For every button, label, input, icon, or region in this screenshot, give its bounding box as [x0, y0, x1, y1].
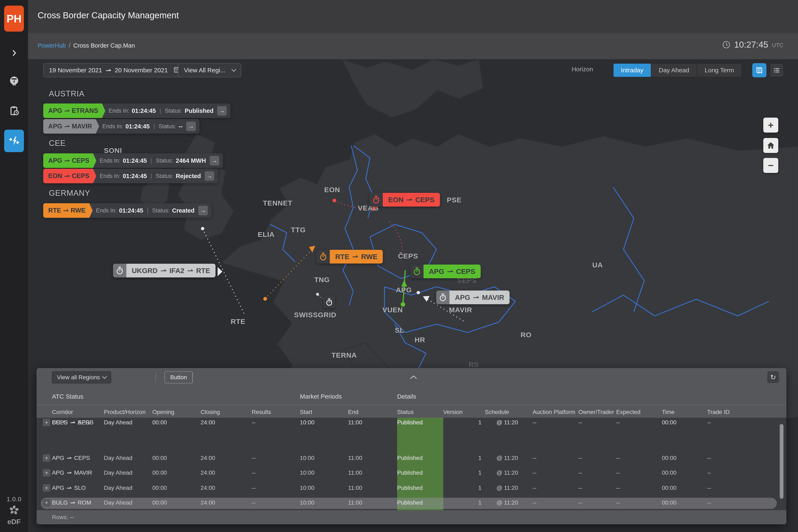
corridor-badge-apg-etrans[interactable]: APG⇀ETRANS Ends In: 01:24:45 | Status: P… — [43, 103, 230, 118]
corridor-badge-eon-ceps[interactable]: EON⇀CEPS Ends In: 01:24:45 | Status: Rej… — [43, 169, 218, 183]
group-market-periods: Market Periods — [300, 393, 342, 400]
goto-arrow-button[interactable]: → — [198, 206, 208, 215]
col-status[interactable]: Status — [397, 409, 443, 415]
corridor-to: MAVIR — [482, 293, 504, 302]
goto-arrow-button[interactable]: → — [217, 106, 227, 116]
date-range-picker[interactable]: 19 November 2021 ⇀ 20 November 2021 — [43, 63, 186, 77]
breadcrumb-separator: / — [69, 42, 70, 49]
divider: | — [153, 123, 155, 130]
row-auction-platform: -- — [533, 499, 578, 506]
col-results[interactable]: Results — [252, 409, 300, 415]
map-badge-apg-mavir[interactable]: APG⇀MAVIR — [436, 290, 510, 304]
col-version[interactable]: Version — [443, 409, 485, 415]
sidebar-item-cross-border[interactable] — [4, 130, 24, 152]
table-row[interactable]: + BULG⇀ROM Day Ahead 00:00 24:00 -- 10:0… — [37, 498, 786, 508]
col-time[interactable]: Time — [662, 409, 707, 415]
clock-time: 10:27:45 — [734, 40, 768, 50]
app-sidebar: PH 1.0.0 eDF — [0, 0, 28, 532]
divider: | — [159, 108, 161, 114]
table-region-select[interactable]: View all Regions — [52, 372, 111, 383]
map-badge-rte-rwe[interactable]: RTE⇀RWE — [317, 250, 383, 264]
goto-arrow-button[interactable]: → — [210, 156, 219, 166]
map-badge-eon-ceps[interactable]: EON⇀CEPS — [369, 193, 440, 207]
map-region-label: SL — [395, 326, 404, 335]
col-schedule[interactable]: Schedule — [485, 409, 533, 415]
col-auction-platform[interactable]: Auction Platform — [533, 409, 578, 415]
col-closing[interactable]: Closing — [201, 409, 252, 415]
map-region-label: EON — [324, 186, 340, 194]
corridor-from: APG — [48, 122, 62, 130]
table-row[interactable]: + CEPS⇀APG Day Ahead 00:00 24:00 -- 10:0… — [37, 418, 786, 427]
corridor-to: ETRANS — [72, 107, 98, 114]
table-row[interactable]: + APG⇀SLO Day Ahead 00:00 24:00 -- 10:00… — [37, 483, 786, 493]
table-row[interactable]: + APG⇀MAVIR Day Ahead 00:00 24:00 -- 10:… — [37, 468, 786, 478]
horizon-option[interactable]: Day Ahead — [651, 63, 697, 77]
map-badge-apg-ceps[interactable]: APG⇀CEPS — [410, 265, 481, 278]
corridor-badge-apg-mavir[interactable]: APG⇀MAVIR Ends In: 01:24:45 | Status: --… — [43, 119, 200, 134]
corridor-badge-rte-rwe[interactable]: RTE⇀RWE Ends In: 01:24:45 | Status: Crea… — [43, 203, 212, 218]
sidebar-item-metering[interactable] — [0, 70, 28, 93]
col-owner-trader[interactable]: Owner/Trader — [578, 409, 616, 415]
table-row[interactable]: + APG⇀CEPS Day Ahead 00:00 24:00 -- 10:0… — [37, 453, 786, 463]
row-auction-platform: -- — [533, 470, 578, 476]
map-region-label: RS — [469, 361, 479, 369]
breadcrumb-root-link[interactable]: PowerHub — [38, 42, 66, 49]
atc-status-panel: View all Regions Button ↻ ATC Status Mar… — [37, 368, 786, 524]
map-view-icon — [755, 66, 763, 74]
corridor-from: APG — [48, 157, 62, 164]
app-version: 1.0.0 — [0, 496, 28, 503]
status-label: Status: — [158, 123, 176, 130]
col-trade-id[interactable]: Trade ID — [707, 409, 786, 415]
refresh-button[interactable]: ↻ — [767, 372, 779, 383]
col-product-horizon[interactable]: Product/Horizon — [104, 409, 152, 415]
row-expand-button[interactable]: + — [43, 454, 50, 462]
breadcrumb-current: Cross Border Cap.Man — [73, 42, 135, 49]
panel-collapse-button[interactable] — [410, 375, 417, 380]
col-end[interactable]: End — [348, 409, 397, 415]
row-schedule: @ 11:20 — [485, 455, 533, 461]
list-view-button[interactable] — [770, 63, 784, 77]
harpoon-arrow-icon: ⇀ — [70, 419, 75, 426]
map-view-button[interactable] — [752, 63, 766, 77]
col-start[interactable]: Start — [300, 409, 348, 415]
row-expand-button[interactable]: + — [43, 499, 50, 507]
row-expand-button[interactable]: + — [43, 469, 50, 476]
row-auction-platform: -- — [533, 455, 578, 461]
region-filter-select[interactable]: View All Regi... — [178, 63, 241, 77]
row-end: 11:00 — [348, 470, 397, 476]
map-home-button[interactable] — [763, 138, 778, 153]
group-atc-status: ATC Status — [52, 393, 83, 400]
toolbar-button[interactable]: Button — [164, 372, 193, 383]
row-expand-button[interactable]: + — [43, 484, 50, 492]
app-logo[interactable]: PH — [4, 6, 24, 32]
row-end: 11:00 — [348, 484, 397, 491]
col-opening[interactable]: Opening — [152, 409, 201, 415]
horizon-option[interactable]: Intraday — [613, 63, 651, 77]
map-region-label: RTE — [231, 318, 245, 326]
filter-bar: 19 November 2021 ⇀ 20 November 2021 View… — [28, 62, 798, 79]
harpoon-arrow-icon: ⇀ — [160, 266, 167, 275]
map-badge-ukgrd-ifa2-rte[interactable]: UKGRD⇀IFA2⇀RTE — [113, 264, 215, 278]
map-zoom-in-button[interactable]: + — [763, 118, 778, 133]
sidebar-expand-button[interactable] — [0, 42, 28, 64]
sidebar-item-schedules[interactable] — [0, 99, 28, 122]
chevron-down-icon — [102, 374, 107, 379]
col-corridor[interactable]: Corridor — [52, 409, 104, 415]
map-zoom-out-button[interactable]: − — [763, 158, 778, 173]
row-time: 00:00 — [662, 455, 707, 461]
row-time: 00:00 — [662, 484, 707, 491]
horizon-option[interactable]: Long Term — [697, 63, 741, 77]
ends-in-label: Ends In: — [100, 173, 120, 179]
corridor-badge-apg-ceps[interactable]: APG⇀CEPS Ends In: 01:24:45 | Status: 246… — [43, 153, 223, 168]
status-value: Published — [185, 108, 214, 114]
row-status: Published — [397, 484, 443, 491]
goto-arrow-button[interactable]: → — [186, 121, 196, 131]
row-expand-button[interactable]: + — [43, 419, 50, 426]
harpoon-arrow-icon: ⇀ — [67, 455, 72, 461]
corridor-to: CEPS — [415, 196, 435, 204]
table-toolbar: View all Regions Button ↻ — [37, 372, 786, 384]
swissgrid-timer-badge[interactable] — [323, 296, 335, 308]
map-region-label: ČEPS — [398, 252, 418, 260]
goto-arrow-button[interactable]: → — [205, 171, 214, 181]
col-expected[interactable]: Expected — [616, 409, 662, 415]
